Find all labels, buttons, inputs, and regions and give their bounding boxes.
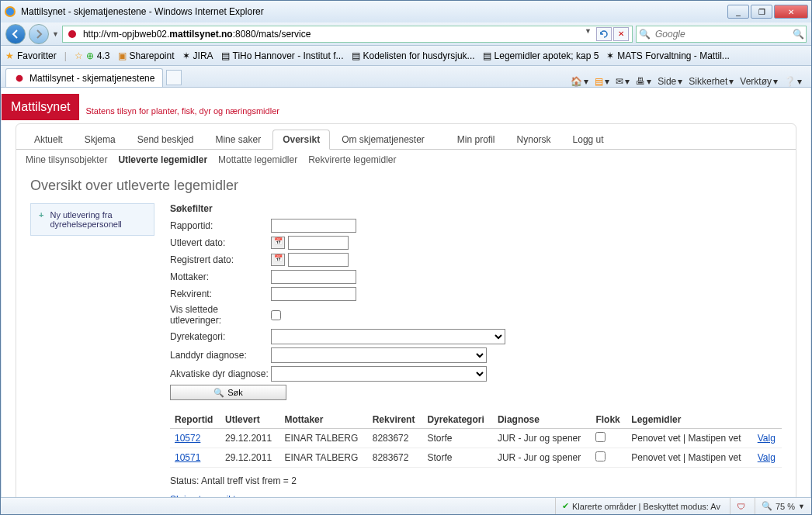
star-icon: ★ (5, 50, 14, 61)
navbar: ▼ http://vm-opjbweb02.mattilsynet.no:808… (1, 22, 811, 46)
stop-button[interactable]: ✕ (613, 27, 629, 41)
subtab-mine-tilsynsobjekter[interactable]: Mine tilsynsobjekter (26, 154, 107, 165)
input-rekvirent[interactable] (271, 287, 356, 301)
tab-logg-ut[interactable]: Logg ut (563, 130, 614, 149)
cell-mottaker: EINAR TALBERG (279, 448, 367, 468)
fav-link-4[interactable]: ▤Kodelisten for husdyrsjuk... (352, 50, 475, 61)
tools-menu[interactable]: Verktøy ▾ (740, 76, 778, 87)
fav-link-1[interactable]: ▣Sharepoint (118, 50, 175, 61)
flokk-checkbox[interactable] (595, 432, 606, 442)
select-landdyr-diagnose[interactable] (271, 347, 487, 363)
input-rapportid[interactable] (271, 219, 356, 233)
tab-min-profil[interactable]: Min profil (447, 130, 505, 149)
safety-menu[interactable]: Sikkerhet ▾ (689, 76, 734, 87)
subtab-rekvirerte-legemidler[interactable]: Rekvirerte legemidler (308, 154, 396, 165)
tab-aktuelt[interactable]: Aktuelt (24, 130, 73, 149)
tab-skjema[interactable]: Skjema (75, 130, 126, 149)
feeds-button[interactable]: ▤▾ (595, 76, 609, 87)
calendar-icon[interactable]: 📅 (271, 254, 285, 266)
th-reportid[interactable]: Reportid (170, 411, 220, 429)
cell-mottaker: EINAR TALBERG (279, 429, 367, 448)
label-mottaker: Mottaker: (170, 271, 271, 282)
close-button[interactable]: ✕ (774, 5, 808, 19)
th-mottaker[interactable]: Mottaker (279, 411, 367, 429)
browser-tab[interactable]: Mattilsynet - skjematjenestene (5, 68, 163, 87)
flokk-checkbox[interactable] (595, 451, 606, 461)
svg-point-2 (16, 74, 23, 81)
search-box[interactable]: 🔍 🔍 (636, 26, 807, 43)
refresh-button[interactable] (596, 27, 612, 41)
sub-tabs: Mine tilsynsobjekter Utleverte legemidle… (16, 150, 796, 170)
new-delivery-button[interactable]: + Ny utlevering fra dyrehelsepersonell (30, 203, 154, 236)
print-button[interactable]: 🖶▾ (636, 76, 651, 87)
search-input[interactable] (652, 27, 790, 41)
page-menu[interactable]: Side ▾ (658, 76, 682, 87)
dropdown-icon[interactable]: ▼ (581, 27, 595, 41)
jira-icon: ✶ (182, 50, 190, 61)
label-rekvirent: Rekvirent: (170, 289, 271, 299)
reportid-link[interactable]: 10571 (175, 452, 200, 463)
input-mottaker[interactable] (271, 270, 356, 284)
tab-nynorsk[interactable]: Nynorsk (507, 130, 561, 149)
fav-link-2[interactable]: ✶JIRA (182, 50, 213, 61)
address-bar[interactable]: http://vm-opjbweb02.mattilsynet.no:8080/… (62, 26, 633, 43)
label-dyrekategori: Dyrekategori: (170, 331, 271, 342)
valg-link[interactable]: Valg (758, 433, 776, 444)
address-text[interactable]: http://vm-opjbweb02.mattilsynet.no:8080/… (82, 27, 578, 41)
th-dyrekategori[interactable]: Dyrekategori (422, 411, 492, 429)
subtab-mottatte-legemidler[interactable]: Mottatte legemidler (218, 154, 297, 165)
tab-oversikt[interactable]: Oversikt (272, 130, 330, 150)
th-diagnose[interactable]: Diagnose (493, 411, 592, 429)
site-header: Mattilsynet Statens tilsyn for planter, … (2, 88, 810, 120)
protected-mode-icon[interactable]: 🛡 (730, 498, 745, 514)
cell-dyrekategori: Storfe (422, 429, 492, 448)
table-row: 1057229.12.2011EINAR TALBERG8283672Storf… (170, 429, 782, 448)
valg-link[interactable]: Valg (758, 452, 776, 463)
input-utlevert-dato[interactable] (288, 236, 349, 250)
zoom-icon: 🔍 (762, 501, 772, 511)
reportid-link[interactable]: 10572 (175, 433, 200, 444)
fav-link-6[interactable]: ✶MATS Forvaltning - Mattil... (606, 50, 729, 61)
help-button[interactable]: ❔▾ (784, 76, 802, 87)
select-akvatiske-diagnose[interactable] (271, 366, 487, 382)
checkbox-vis-slettede[interactable] (271, 310, 281, 320)
tab-om-skjematjenester[interactable]: Om skjematjenester (331, 130, 435, 149)
maximize-button[interactable]: ❐ (751, 5, 772, 19)
minimize-button[interactable]: _ (727, 5, 749, 19)
search-go-icon[interactable]: 🔍 (790, 29, 806, 40)
chevron-down-icon[interactable]: ▼ (52, 30, 59, 38)
label-rapportid: Rapportid: (170, 220, 271, 231)
check-icon: ✔ (562, 501, 569, 511)
subtab-utleverte-legemidler[interactable]: Utleverte legemidler (118, 154, 207, 165)
cell-legemidler: Penovet vet | Mastipen vet (626, 429, 752, 448)
mail-button[interactable]: ✉▾ (616, 76, 630, 87)
forward-button[interactable] (29, 24, 49, 44)
th-flokk[interactable]: Flokk (591, 411, 626, 429)
site-logo[interactable]: Mattilsynet (2, 94, 79, 120)
fav-link-0[interactable]: ☆⊕4.3 (75, 50, 110, 61)
tab-mine-saker[interactable]: Mine saker (205, 130, 271, 149)
select-dyrekategori[interactable] (271, 329, 505, 344)
th-legemidler[interactable]: Legemidler (626, 411, 752, 429)
plus-icon: ⊕ (86, 50, 94, 61)
input-registrert-dato[interactable] (288, 253, 349, 267)
th-utlevert[interactable]: Utlevert (220, 411, 279, 429)
calendar-icon[interactable]: 📅 (271, 237, 285, 249)
th-rekvirent[interactable]: Rekvirent (368, 411, 423, 429)
zoom-control[interactable]: 🔍 75 % ▼ (755, 498, 805, 514)
star-icon: ☆ (75, 50, 83, 61)
fav-link-5[interactable]: ▤Legemidler apotek; kap 5 (483, 50, 599, 61)
shield-icon: 🛡 (737, 502, 745, 511)
security-zone[interactable]: ✔ Klarerte områder | Beskyttet modus: Av (555, 498, 720, 514)
back-button[interactable] (5, 24, 26, 44)
favorites-button[interactable]: ★Favoritter (5, 50, 57, 61)
cell-diagnose: JUR - Jur og spener (493, 448, 592, 468)
window-title: Mattilsynet - skjematjenestene - Windows… (21, 6, 727, 17)
tab-send-beskjed[interactable]: Send beskjed (127, 130, 204, 149)
cell-rekvirent: 8283672 (368, 448, 423, 468)
new-tab-button[interactable] (166, 70, 182, 85)
home-button[interactable]: 🏠▾ (571, 76, 588, 87)
fav-link-3[interactable]: ▤TiHo Hannover - Institut f... (221, 50, 344, 61)
cell-legemidler: Penovet vet | Mastipen vet (626, 448, 752, 468)
search-button[interactable]: 🔍 Søk (170, 385, 286, 400)
